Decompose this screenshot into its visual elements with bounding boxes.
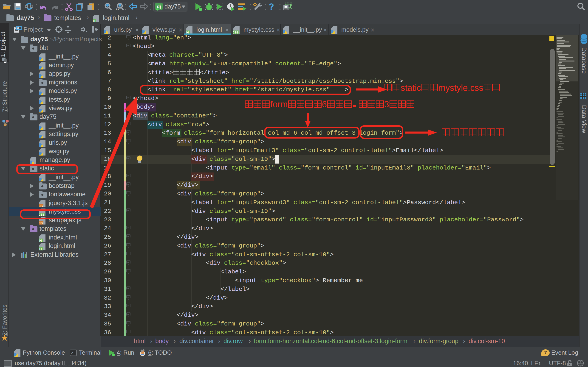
svg-text:A: A bbox=[116, 6, 119, 11]
